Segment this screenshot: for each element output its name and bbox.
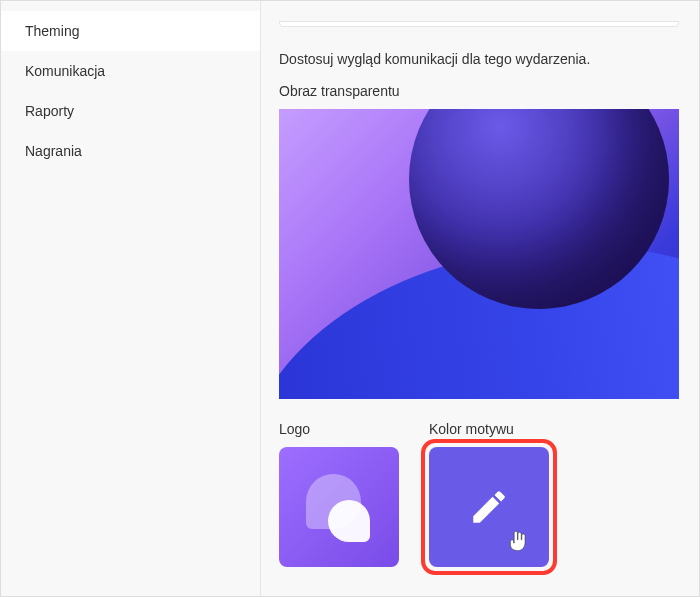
page-description: Dostosuj wygląd komunikacji dla tego wyd… bbox=[279, 51, 679, 67]
logo-label: Logo bbox=[279, 421, 399, 437]
sidebar-item-theming[interactable]: Theming bbox=[1, 11, 260, 51]
logo-column: Logo bbox=[279, 421, 399, 575]
highlight-outline bbox=[421, 439, 557, 575]
chat-bubble-icon bbox=[304, 472, 374, 542]
pencil-icon bbox=[468, 486, 510, 528]
sidebar-item-raporty[interactable]: Raporty bbox=[1, 91, 260, 131]
theme-color-label: Kolor motywu bbox=[429, 421, 557, 437]
theme-color-column: Kolor motywu bbox=[429, 421, 557, 575]
sidebar-item-komunikacja[interactable]: Komunikacja bbox=[1, 51, 260, 91]
app-container: Theming Komunikacja Raporty Nagrania Dos… bbox=[0, 0, 700, 597]
theme-color-tile[interactable] bbox=[429, 447, 549, 567]
banner-image[interactable] bbox=[279, 109, 679, 399]
hand-cursor-icon bbox=[505, 529, 531, 555]
tiles-row: Logo Kolor motywu bbox=[279, 421, 679, 575]
sidebar: Theming Komunikacja Raporty Nagrania bbox=[1, 1, 261, 596]
logo-tile[interactable] bbox=[279, 447, 399, 567]
banner-label: Obraz transparentu bbox=[279, 83, 679, 99]
main-content: Dostosuj wygląd komunikacji dla tego wyd… bbox=[261, 1, 699, 596]
top-panel-edge bbox=[279, 21, 679, 27]
sidebar-item-nagrania[interactable]: Nagrania bbox=[1, 131, 260, 171]
